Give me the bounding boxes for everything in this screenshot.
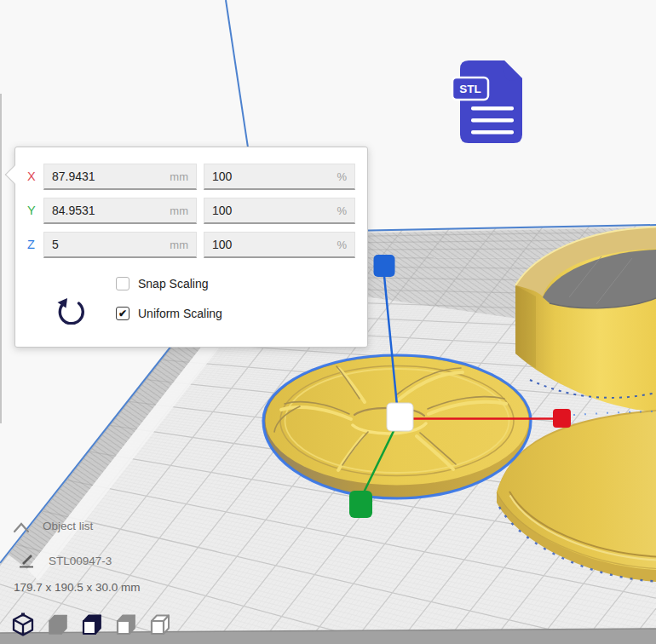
collapse-chevron-icon[interactable] (12, 521, 31, 534)
view-top-button[interactable] (79, 612, 103, 638)
axis-x-label: X (27, 164, 43, 190)
stl-file-icon: STL (452, 59, 525, 143)
z-size-value: 5 (52, 238, 59, 251)
axis-z-label: Z (27, 232, 43, 258)
3d-view-cube-icon (11, 612, 35, 638)
axis-y-label: Y (27, 198, 43, 224)
y-percent-unit: % (337, 204, 347, 217)
z-size-unit: mm (170, 239, 188, 251)
left-view-cube-icon (113, 612, 137, 638)
x-size-value: 87.9431 (52, 170, 95, 183)
view-front-button[interactable] (45, 612, 69, 638)
edit-pencil-icon[interactable] (19, 554, 35, 569)
x-size-input[interactable]: 87.9431 mm (43, 164, 197, 190)
y-size-value: 84.9531 (52, 204, 95, 217)
cura-window: STL X 87.9431 mm 100 % Y 84.9531 mm 100 … (0, 0, 656, 644)
uniform-scaling-checkbox[interactable]: ✔ (116, 307, 129, 320)
object-list-header[interactable]: Object list (43, 520, 93, 532)
x-axis-handle[interactable] (553, 409, 571, 428)
y-percent-value: 100 (212, 204, 232, 217)
y-axis-handle[interactable] (349, 491, 372, 518)
camera-view-toolbar (11, 612, 171, 638)
center-handle[interactable] (387, 403, 413, 431)
top-view-cube-icon (79, 612, 103, 638)
stl-badge-label: STL (459, 83, 481, 95)
z-axis-handle[interactable] (374, 255, 395, 277)
snap-scaling-checkbox[interactable] (116, 277, 129, 290)
reset-scale-button[interactable] (55, 287, 89, 325)
z-percent-value: 100 (212, 238, 232, 251)
snap-scaling-row: Snap Scaling (116, 277, 209, 290)
view-left-button[interactable] (113, 612, 137, 638)
z-percent-unit: % (337, 239, 347, 251)
x-percent-input[interactable]: 100 % (204, 164, 355, 190)
object-list-item[interactable]: STL00947-3 (49, 555, 112, 567)
scale-tool-panel: X 87.9431 mm 100 % Y 84.9531 mm 100 % Z … (14, 147, 368, 348)
z-percent-input[interactable]: 100 % (204, 232, 355, 258)
x-percent-unit: % (337, 170, 347, 183)
view-3d-button[interactable] (11, 612, 35, 638)
right-view-cube-icon (147, 612, 171, 638)
y-size-input[interactable]: 84.9531 mm (43, 198, 197, 224)
y-percent-input[interactable]: 100 % (204, 198, 355, 224)
snap-scaling-label: Snap Scaling (138, 277, 209, 290)
y-size-unit: mm (170, 204, 188, 217)
view-right-button[interactable] (147, 612, 171, 638)
z-size-input[interactable]: 5 mm (43, 232, 197, 258)
x-size-unit: mm (170, 170, 188, 183)
reset-rotate-icon (55, 287, 89, 325)
uniform-scaling-row: ✔ Uniform Scaling (116, 307, 222, 320)
x-percent-value: 100 (212, 170, 232, 183)
uniform-scaling-label: Uniform Scaling (138, 307, 222, 320)
front-view-cube-icon (45, 612, 69, 638)
model-dimensions-label: 179.7 x 190.5 x 30.0 mm (14, 581, 141, 594)
